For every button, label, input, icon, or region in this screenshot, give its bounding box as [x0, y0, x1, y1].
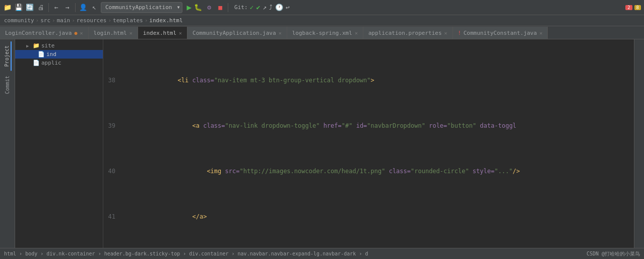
sidebar-tab-project[interactable]: Project [3, 41, 12, 71]
tab-login-controller[interactable]: LoginController.java ● ✕ [0, 27, 89, 39]
tree-arrow-icon: ▶ [26, 43, 31, 48]
table-row: 39 <a class="nav-link dropdown-toggle" h… [105, 121, 634, 130]
breadcrumb-sep-2: › [52, 17, 55, 24]
tab-label: index.html [143, 30, 176, 36]
code-content[interactable]: 38 <li class="nav-item mt-3 btn-group-ve… [103, 39, 634, 248]
git-pull-icon[interactable]: ⤴ [269, 4, 273, 11]
tree-item-label: site [41, 42, 55, 49]
tree-item-label: applic [41, 60, 61, 66]
user-icon[interactable]: 👤 [79, 3, 88, 12]
tab-label: CommunityConstant.java [464, 30, 537, 36]
html-file-icon: 📄 [38, 51, 45, 58]
status-bar: html › body › div.nk-container › header.… [0, 248, 644, 259]
table-row: 40 <img src="http://images.nowcoder.com/… [105, 167, 634, 176]
tab-index-html[interactable]: index.html ✕ [138, 27, 187, 39]
tree-item-label: ind [46, 51, 56, 58]
tree-item-site[interactable]: ▶ 📁 site [15, 41, 103, 50]
right-panel [634, 39, 644, 248]
tab-community-constant[interactable]: ! CommunityConstant.java ✕ [453, 27, 548, 39]
back-icon[interactable]: ← [52, 3, 61, 12]
table-row: 38 <li class="nav-item mt-3 btn-group-ve… [105, 76, 634, 85]
breadcrumb-file[interactable]: index.html [149, 17, 182, 24]
error-badge: 2 [625, 5, 632, 10]
tree-item-index[interactable]: 📄 ind [15, 50, 103, 59]
app-selector-label: CommunityApplication [105, 4, 172, 11]
separator-2 [75, 3, 76, 12]
status-right-text: CSDN @打哈哈的小菜鸟 [587, 250, 640, 257]
git-checkmark-icon[interactable]: ✓ [250, 4, 254, 11]
tab-app-properties[interactable]: application.properties ✕ [363, 27, 453, 39]
stop-icon[interactable]: ■ [216, 3, 225, 12]
folder-icon[interactable]: 📁 [3, 3, 12, 12]
main-layout: Project Commit ▶ 📁 site 📄 ind 📄 applic 3… [0, 39, 644, 248]
sidebar: Project Commit [0, 39, 15, 248]
print-icon[interactable]: 🖨 [36, 3, 45, 12]
tab-bar: LoginController.java ● ✕ login.html ✕ in… [0, 26, 644, 39]
tab-label: LoginController.java [5, 30, 72, 36]
tab-community-app[interactable]: CommunityApplication.java ✕ [187, 27, 287, 39]
breadcrumb-sep-3: › [72, 17, 75, 24]
save-icon[interactable]: 💾 [14, 3, 23, 12]
warning-badge: 8 [634, 5, 641, 10]
close-tab-icon[interactable]: ✕ [539, 30, 542, 36]
editor-area: 38 <li class="nav-item mt-3 btn-group-ve… [103, 39, 634, 248]
coverage-icon[interactable]: ⚙ [205, 3, 214, 12]
tab-login-html[interactable]: login.html ✕ [89, 27, 138, 39]
tab-label: CommunityApplication.java [192, 30, 276, 36]
modified-indicator: ● [74, 30, 77, 36]
status-right: CSDN @打哈哈的小菜鸟 [587, 250, 640, 257]
forward-icon[interactable]: → [63, 3, 72, 12]
breadcrumb: community › src › main › resources › tem… [0, 15, 644, 26]
refresh-icon[interactable]: 🔄 [25, 3, 34, 12]
tree-item-applic[interactable]: 📄 applic [15, 59, 103, 67]
breadcrumb-main[interactable]: main [57, 17, 71, 24]
tab-label: login.html [94, 30, 127, 36]
git-undo-icon[interactable]: ↩ [286, 4, 290, 11]
separator-3 [228, 3, 228, 12]
breadcrumb-sep-1: › [36, 17, 39, 24]
breadcrumb-resources[interactable]: resources [77, 17, 107, 24]
git-history-icon[interactable]: 🕐 [275, 4, 283, 11]
error-indicator: ! [458, 30, 461, 36]
debug-icon[interactable]: 🐛 [194, 3, 203, 12]
tab-label: logback-spring.xml [292, 30, 352, 36]
tab-label: application.properties [368, 30, 442, 36]
breadcrumb-templates[interactable]: templates [113, 17, 143, 24]
git-label: Git: [234, 4, 248, 11]
table-row: 41 </a> [105, 212, 634, 221]
tab-logback[interactable]: logback-spring.xml ✕ [287, 27, 363, 39]
close-tab-icon[interactable]: ✕ [444, 30, 447, 36]
run-button[interactable]: ▶ [186, 3, 191, 12]
breadcrumb-community[interactable]: community [4, 17, 34, 24]
git-tick-icon[interactable]: ✔ [256, 4, 260, 11]
folder-icon: 📁 [33, 42, 40, 49]
breadcrumb-src[interactable]: src [40, 17, 50, 24]
close-tab-icon[interactable]: ✕ [80, 30, 83, 36]
close-tab-icon[interactable]: ✕ [130, 30, 133, 36]
close-tab-icon[interactable]: ✕ [355, 30, 358, 36]
git-push-icon[interactable]: ↗ [263, 4, 267, 11]
breadcrumb-sep-4: › [108, 17, 111, 24]
close-tab-icon[interactable]: ✕ [179, 30, 182, 36]
close-tab-icon[interactable]: ✕ [279, 30, 282, 36]
breadcrumb-sep-5: › [145, 17, 148, 24]
cursor-icon[interactable]: ↖ [90, 3, 99, 12]
code-editor[interactable]: 38 <li class="nav-item mt-3 btn-group-ve… [103, 39, 634, 248]
status-path: html › body › div.nk-container › header.… [4, 251, 368, 256]
file-tree: ▶ 📁 site 📄 ind 📄 applic [15, 39, 103, 248]
top-toolbar: 📁 💾 🔄 🖨 ← → 👤 ↖ CommunityApplication ▶ 🐛… [0, 0, 644, 15]
app-selector[interactable]: CommunityApplication [101, 2, 182, 13]
sidebar-tab-commit[interactable]: Commit [4, 72, 11, 98]
separator-1 [48, 3, 49, 12]
properties-file-icon: 📄 [33, 60, 40, 66]
